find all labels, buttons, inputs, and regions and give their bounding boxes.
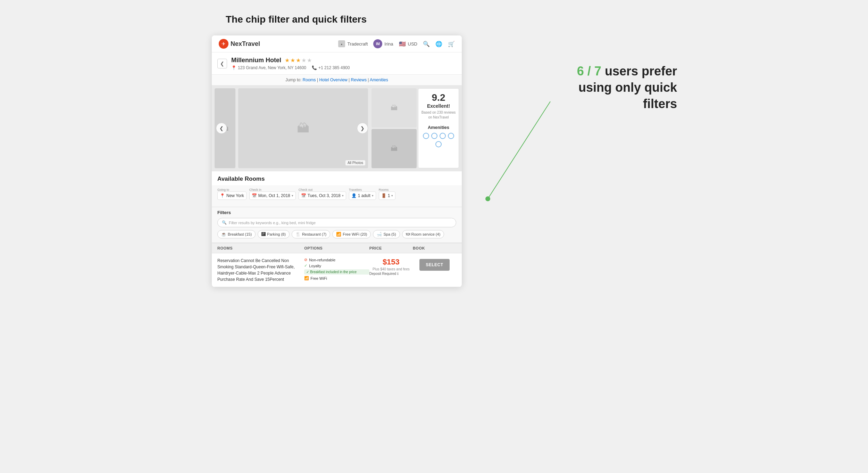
currency-nav[interactable]: 🇺🇸 USD [399,41,417,47]
travelers-label: Travelers [349,188,376,191]
app-frame: ✈ NexTravel ⬧ Tradecraft IM Irina 🇺🇸 USD… [212,35,462,287]
tradecraft-icon: ⬧ [338,40,345,47]
jump-overview[interactable]: Hotel Overview [319,78,347,82]
price-deposit: Deposit Required ℹ [369,272,413,276]
option-breakfast: ✓ Breakfast included in the price [304,269,369,275]
travelers-text: 1 adult [358,193,370,198]
gallery-prev-button[interactable]: ❮ [216,123,227,134]
travelers-value[interactable]: 👤 1 adult ▾ [349,191,376,200]
chip-parking-label: Parking (8) [267,232,286,236]
checkout-value[interactable]: 📅 Tues, Oct 3, 2018 ▾ [299,191,346,200]
room-icon: 🚪 [381,193,386,198]
username-label: Irina [384,41,393,47]
amenity-2 [431,133,437,139]
loyalty-icon: ✓ [304,263,307,268]
phone-icon: 📞 [312,65,317,70]
rooms-table: ROOMS OPTIONS PRICE BOOK Reservation Can… [212,243,462,287]
jump-reviews[interactable]: Reviews [351,78,367,82]
chip-breakfast[interactable]: ☕ Breakfast (15) [217,230,256,238]
rating-score: 9.2 [421,92,456,103]
select-button[interactable]: SELECT [419,259,449,271]
cart-icon[interactable]: 🛒 [448,41,455,47]
side-photos: 🏔 🏔 [372,88,417,168]
info-icon: ℹ [397,272,399,276]
checkout-dropdown-icon: ▾ [342,194,344,197]
chip-wifi[interactable]: 📶 Free WiFi (20) [332,230,371,238]
filters-title: Filters [217,210,456,215]
header-rooms: ROOMS [217,246,304,250]
jump-label: Jump to: [285,78,302,82]
star-3: ★ [296,57,301,64]
filters-section: Filters 🔍 Filter results by keywords e.g… [212,207,462,243]
svg-point-1 [485,196,490,201]
hotel-address: 📍 123 Grand Ave, New York, NY 14600 [231,65,306,70]
tradecraft-nav[interactable]: ⬧ Tradecraft [338,40,368,47]
available-rooms-header: Available Rooms [212,171,462,185]
star-1: ★ [285,57,290,64]
travelers-icon: 👤 [351,193,357,198]
option-loyalty: ✓ Loyalty [304,263,369,268]
hotel-phone: 📞 +1 212 385 4900 [312,65,350,70]
location-icon: 📍 [231,65,236,70]
filter-search[interactable]: 🔍 Filter results by keywords e.g., king … [217,218,456,227]
available-rooms-title: Available Rooms [217,176,265,182]
rooms-text: 1 [388,193,390,198]
loyalty-label: Loyalty [309,264,321,268]
chip-roomservice-label: Room service (4) [411,232,441,236]
amenity-5 [435,141,442,147]
jump-nav: Jump to: Rooms | Hotel Overview | Review… [212,75,462,85]
header-price: PRICE [369,246,413,250]
side-photo-top: 🏔 [372,88,417,128]
checkout-text: Tues, Oct 3, 2018 [308,193,341,198]
trip-params: Going to 📍 New York Check in 📅 Mon, Oct … [217,185,456,203]
star-4: ★ [301,57,306,64]
tradecraft-label: Tradecraft [347,41,368,47]
rating-panel: 9.2 Excellent! Based on 230 reviews on N… [418,88,459,168]
checkin-label: Check in [249,188,296,191]
svg-line-0 [488,101,550,199]
restaurant-icon: 🍴 [295,232,301,237]
rooms-dropdown-icon: ▾ [391,194,393,197]
room-name: Reservation Cannot Be Cancelled Non Smok… [217,258,304,283]
flag-icon: 🇺🇸 [399,41,406,47]
main-photo: 🏔 All Photos [238,88,368,168]
search-icon: 🔍 [222,220,227,225]
hotel-details: 📍 123 Grand Ave, New York, NY 14600 📞 +1… [231,65,456,70]
search-icon[interactable]: 🔍 [423,41,430,47]
side-photo-bottom: 🏔 [372,129,417,168]
table-row: Reservation Cannot Be Cancelled Non Smok… [212,253,462,287]
rating-based: Based on 230 reviews on NexTravel [421,110,456,120]
chip-restaurant-label: Restaurant (7) [302,232,326,236]
price-col: $153 Plus $40 taxes and fees Deposit Req… [369,258,413,276]
travelers-param: Travelers 👤 1 adult ▾ [349,188,376,200]
globe-icon[interactable]: 🌐 [435,41,442,47]
chip-spa[interactable]: 🛁 Spa (5) [373,230,400,238]
back-button[interactable]: ❮ [217,59,227,68]
breakfast-icon: ☕ [221,232,226,237]
phone-text: +1 212 385 4900 [318,65,350,70]
jump-amenities[interactable]: Amenities [370,78,388,82]
deposit-label: Deposit Required [369,272,396,276]
hotel-name-row: Millennium Hotel ★ ★ ★ ★ ★ [231,57,456,64]
jump-rooms[interactable]: Rooms [303,78,316,82]
wifi-label: Free WiFi [310,276,327,280]
star-2: ★ [290,57,295,64]
gallery-next-button[interactable]: ❯ [357,123,368,134]
chip-roomservice[interactable]: 🍽 Room service (4) [402,230,444,238]
checkin-param: Check in 📅 Mon, Oct 1, 2018 ▾ [249,188,296,200]
filter-search-placeholder: Filter results by keywords e.g., king be… [229,221,316,225]
chip-restaurant[interactable]: 🍴 Restaurant (7) [292,230,330,238]
calendar-icon: 📅 [252,193,257,198]
rooms-value[interactable]: 🚪 1 ▾ [379,191,396,200]
amenity-3 [440,133,446,139]
going-to-param: Going to 📍 New York [217,188,247,200]
currency-label: USD [408,41,417,47]
all-photos-label[interactable]: All Photos [345,160,365,165]
checkout-param: Check out 📅 Tues, Oct 3, 2018 ▾ [299,188,346,200]
going-to-value[interactable]: 📍 New York [217,191,247,200]
checkout-label: Check out [299,188,346,191]
checkin-value[interactable]: 📅 Mon, Oct 1, 2018 ▾ [249,191,296,200]
price-taxes: Plus $40 taxes and fees [369,267,413,271]
user-nav[interactable]: IM Irina [373,39,393,48]
chip-parking[interactable]: 🅿 Parking (8) [258,230,290,238]
